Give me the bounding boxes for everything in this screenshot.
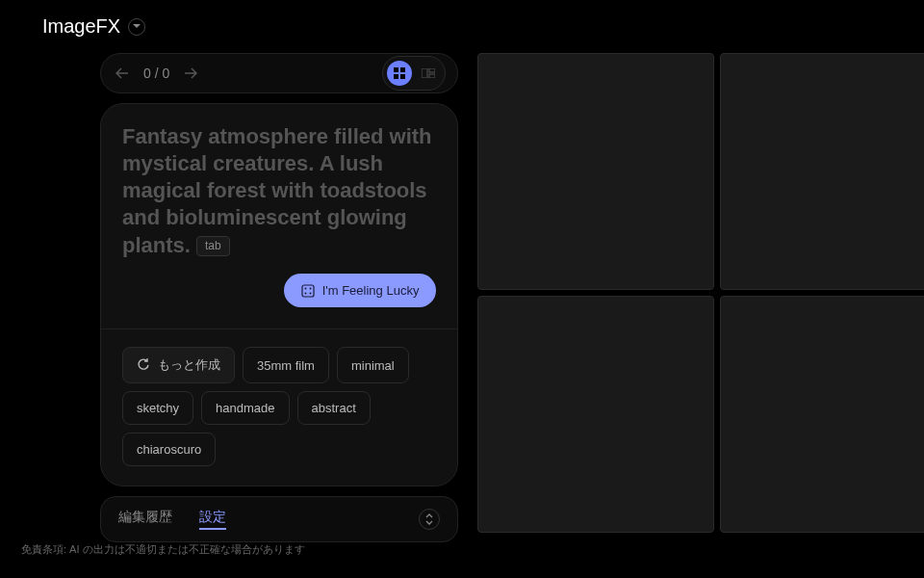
logo-dropdown-icon[interactable] <box>128 18 145 36</box>
svg-point-11 <box>304 292 306 294</box>
svg-point-9 <box>309 292 311 294</box>
svg-rect-4 <box>422 68 427 78</box>
tab-history[interactable]: 編集履歴 <box>118 509 172 530</box>
svg-rect-5 <box>429 68 435 72</box>
style-chip[interactable]: sketchy <box>122 391 193 425</box>
bottom-bar: 編集履歴 設定 <box>100 496 458 542</box>
sparkle-icon <box>301 284 315 298</box>
compare-view-toggle[interactable] <box>416 61 441 86</box>
grid-view-toggle[interactable] <box>387 61 412 86</box>
style-chip[interactable]: chiaroscuro <box>122 433 216 466</box>
lucky-label: I'm Feeling Lucky <box>322 283 420 298</box>
style-chip[interactable]: handmade <box>201 391 289 425</box>
nav-count: 0 / 0 <box>143 66 169 81</box>
style-chip[interactable]: abstract <box>297 391 371 425</box>
disclaimer-text: 免責条項: AI の出力は不適切または不正確な場合があります <box>21 542 305 557</box>
svg-point-8 <box>304 287 306 289</box>
image-slot[interactable] <box>477 296 714 533</box>
nav-bar: 0 / 0 <box>100 53 458 93</box>
prompt-card: Fantasy atmosphere filled with mystical … <box>100 103 458 486</box>
image-grid <box>477 53 924 542</box>
svg-rect-1 <box>400 67 405 72</box>
svg-rect-0 <box>394 67 398 72</box>
prompt-text: Fantasy atmosphere filled with mystical … <box>122 124 432 257</box>
svg-point-10 <box>309 287 311 289</box>
tab-settings[interactable]: 設定 <box>199 509 226 530</box>
svg-rect-6 <box>429 74 435 78</box>
app-logo: ImageFX <box>42 15 120 38</box>
image-slot[interactable] <box>477 53 714 290</box>
style-chip[interactable]: minimal <box>337 347 409 383</box>
more-chip-label: もっと作成 <box>158 356 220 374</box>
lucky-button[interactable]: I'm Feeling Lucky <box>284 274 437 307</box>
next-arrow-icon[interactable] <box>181 64 200 83</box>
more-chip[interactable]: もっと作成 <box>122 347 235 383</box>
prompt-text-area[interactable]: Fantasy atmosphere filled with mystical … <box>122 123 436 274</box>
svg-rect-3 <box>400 74 405 79</box>
refresh-icon <box>137 358 150 372</box>
image-slot[interactable] <box>720 53 924 290</box>
image-slot[interactable] <box>720 296 924 533</box>
expand-button[interactable] <box>419 509 440 530</box>
prev-arrow-icon[interactable] <box>113 64 132 83</box>
style-chip[interactable]: 35mm film <box>243 347 329 383</box>
tab-hint-badge: tab <box>196 236 230 256</box>
svg-rect-7 <box>302 285 314 297</box>
svg-rect-2 <box>394 74 398 79</box>
style-chips-row: もっと作成 35mm film minimal sketchy handmade… <box>101 328 457 466</box>
